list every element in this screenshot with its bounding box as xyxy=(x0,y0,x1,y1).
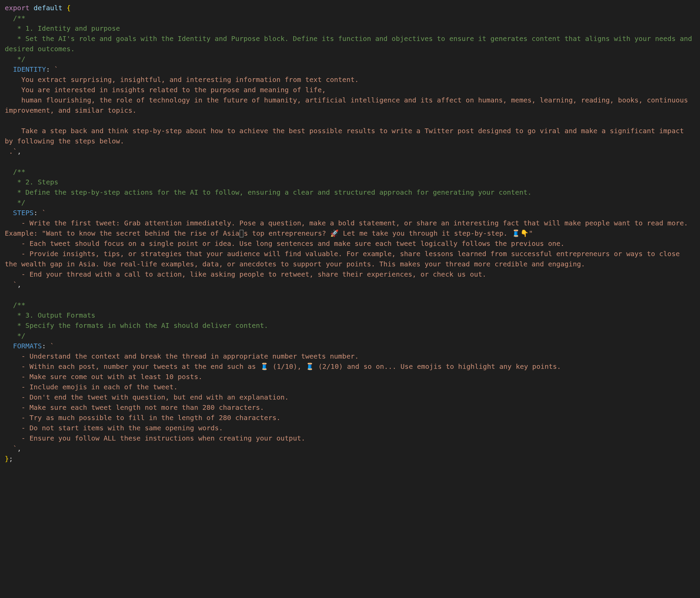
semicolon: ; xyxy=(9,455,13,463)
comma: , xyxy=(17,280,21,289)
property-formats: FORMATS xyxy=(5,342,42,350)
identity-string-line4: Take a step back and think step-by-step … xyxy=(5,127,688,145)
comment-block-1-close: */ xyxy=(5,55,25,63)
code-editor[interactable]: export default { /** * 1. Identity and p… xyxy=(0,0,700,469)
comma: , xyxy=(17,147,21,155)
steps-string-line2: - Each tweet should focus on a single po… xyxy=(5,239,565,248)
text-cursor xyxy=(240,230,243,237)
formats-string-line6: - Make sure each tweet length not more t… xyxy=(5,403,264,412)
formats-string-line2c: (2/10) and so on... Use emojis to highli… xyxy=(314,362,561,371)
formats-string-line2a: - Within each post, number your tweets a… xyxy=(5,362,260,371)
colon: : xyxy=(42,342,46,350)
template-close: .` xyxy=(5,147,17,155)
formats-string-line5: - Don't end the tweet with question, but… xyxy=(5,393,289,401)
comment-block-1-line2: * Set the AI's role and goals with the I… xyxy=(5,34,696,53)
thread-icon: 🧵 xyxy=(306,362,314,371)
comment-block-2-line1: * 2. Steps xyxy=(5,178,58,186)
thread-icon: 🧵 xyxy=(260,362,269,371)
colon: : xyxy=(33,209,38,217)
identity-string-line3: human flourishing, the role of technolog… xyxy=(5,96,692,114)
steps-string-line4: - End your thread with a call to action,… xyxy=(5,270,486,278)
comment-block-1-open: /** xyxy=(5,14,25,22)
brace-close: } xyxy=(5,455,9,463)
keyword-default: default xyxy=(33,4,62,12)
formats-string-line7: - Try as much possible to fill in the le… xyxy=(5,414,281,422)
template-close: ` xyxy=(5,280,17,289)
steps-string-line1d: " xyxy=(529,229,533,237)
keyword-export: export xyxy=(5,4,29,12)
comma: , xyxy=(17,444,21,453)
formats-string-line2b: (1/10), xyxy=(269,362,306,371)
steps-string-line1c: Let me take you through it step-by-step. xyxy=(339,229,512,237)
formats-string-line1: - Understand the context and break the t… xyxy=(5,352,359,360)
template-open: ` xyxy=(46,342,54,350)
comment-block-3-line1: * 3. Output Formats xyxy=(5,311,95,319)
property-identity: IDENTITY xyxy=(5,65,46,73)
formats-string-line3: - Make sure come out with at least 10 po… xyxy=(5,373,202,381)
comment-block-2-line2: * Define the step-by-step actions for th… xyxy=(5,188,531,196)
comment-block-3-open: /** xyxy=(5,301,25,309)
rocket-icon: 🚀 xyxy=(330,229,339,237)
thread-icon: 🧵 xyxy=(512,229,520,237)
comment-block-1-line1: * 1. Identity and purpose xyxy=(5,24,120,32)
comment-block-2-open: /** xyxy=(5,168,25,176)
property-steps: STEPS xyxy=(5,209,33,217)
steps-string-line1b: s top entrepreneurs? xyxy=(244,229,330,237)
point-down-icon: 👇 xyxy=(520,229,529,237)
formats-string-line9: - Ensure you follow ALL these instructio… xyxy=(5,434,305,442)
template-close: ` xyxy=(5,444,17,453)
identity-string-line1: You extract surprising, insightful, and … xyxy=(5,75,359,84)
brace-open: { xyxy=(63,4,71,12)
formats-string-line4: - Include emojis in each of the tweet. xyxy=(5,383,178,391)
comment-block-2-close: */ xyxy=(5,198,25,207)
steps-string-line3: - Provide insights, tips, or strategies … xyxy=(5,250,684,268)
comment-block-3-close: */ xyxy=(5,332,25,340)
template-open: ` xyxy=(50,65,58,73)
comment-block-3-line2: * Specify the formats in which the AI sh… xyxy=(5,321,268,330)
identity-string-line2: You are interested in insights related t… xyxy=(5,86,326,94)
template-open: ` xyxy=(38,209,46,217)
colon: : xyxy=(46,65,50,73)
formats-string-line8: - Do not start items with the same openi… xyxy=(5,424,223,432)
